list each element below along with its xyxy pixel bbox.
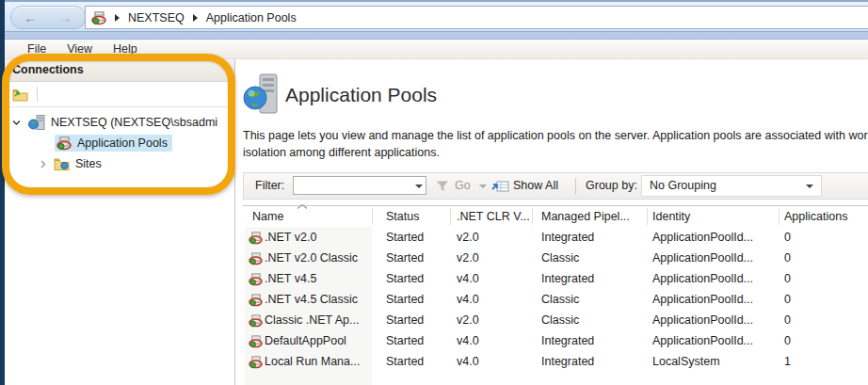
column-header-pipeline[interactable]: Managed Pipel... [541,206,630,227]
column-divider[interactable] [532,208,533,225]
cell-status: Started [386,227,424,248]
cell-applications: 0 [784,227,791,248]
table-row[interactable]: Local Run Mana... Started v4.0 Integrate… [243,351,868,372]
cell-pipeline: Integrated [541,351,594,372]
breadcrumb-page[interactable]: Application Pools [206,11,297,24]
show-all-button[interactable]: Show All [513,173,558,199]
page-description-line1: This page lets you view and manage the l… [243,129,868,142]
app-pool-icon [249,293,263,310]
chevron-right-icon[interactable] [38,159,48,169]
column-header-clr-version[interactable]: .NET CLR V... [457,206,530,227]
table-row[interactable]: .NET v4.5 Started v4.0 Integrated Applic… [243,268,868,289]
cell-clr-version: v4.0 [457,289,479,310]
tree-item-sites-label: Sites [75,157,102,170]
tree-item-server-label: NEXTSEQ (NEXTSEQ\sbsadmi [51,116,217,129]
column-header-status[interactable]: Status [386,206,419,227]
breadcrumb-server[interactable]: NEXTSEQ [128,11,185,24]
table-header: Name Status .NET CLR V... Managed Pipel.… [243,205,868,227]
app-pool-icon [249,272,263,289]
column-header-name[interactable]: Name [252,206,283,227]
cell-clr-version: v2.0 [457,310,479,330]
connections-toolbar [5,82,234,107]
cell-identity: ApplicationPoolId... [652,248,753,268]
cell-status: Started [386,289,424,310]
cell-identity: ApplicationPoolId... [652,330,753,351]
tree-selection-highlight: Application Pools [55,135,172,152]
table-row[interactable]: .NET v2.0 Classic Started v2.0 Classic A… [243,248,868,268]
cell-pipeline: Classic [541,289,579,310]
connections-panel: Connections [5,59,235,385]
cell-applications: 1 [784,351,791,372]
table-row[interactable]: .NET v2.0 Started v2.0 Integrated Applic… [243,227,868,248]
application-pools-icon [56,136,72,151]
cell-name: Classic .NET Ap... [265,310,360,330]
menu-help[interactable]: Help [103,42,148,56]
column-header-applications[interactable]: Applications [784,206,847,227]
chevron-down-icon[interactable] [11,118,22,128]
go-button[interactable]: Go [455,173,471,199]
cell-applications: 0 [784,330,791,351]
sites-folder-icon [54,157,70,170]
app-pool-icon [249,231,263,248]
save-connection-icon[interactable] [12,88,28,102]
page-description-line2: isolation among different applications. [243,146,440,159]
tree-item-sites[interactable]: Sites [5,153,234,174]
tree-item-server[interactable]: NEXTSEQ (NEXTSEQ\sbsadmi [5,112,234,133]
filter-dropdown-icon[interactable] [415,184,423,188]
iis-icon [91,10,106,25]
column-divider[interactable] [450,208,451,225]
main-content: Application Pools This page lets you vie… [238,59,868,385]
cell-status: Started [386,268,424,289]
menu-file[interactable]: File [17,42,56,56]
cell-name: .NET v2.0 Classic [265,248,358,268]
forward-button[interactable]: → [58,8,72,26]
filter-label: Filter: [255,173,284,199]
group-by-value: No Grouping [650,179,716,192]
cell-identity: ApplicationPoolId... [652,289,753,310]
cell-pipeline: Integrated [541,330,594,351]
application-pools-page-icon [243,73,281,119]
sort-ascending-icon [297,200,308,213]
tree-item-application-pools[interactable]: Application Pools [5,133,234,153]
column-divider[interactable] [372,208,373,225]
filter-toolbar: Filter: Go Show All Grou [243,172,868,200]
app-pool-icon [249,355,263,372]
iis-manager-window: ← → NEXTSEQ Application Pools File View … [0,0,868,385]
cell-name: Local Run Mana... [265,351,360,372]
breadcrumb-arrow-icon [193,14,198,22]
column-divider[interactable] [647,208,648,225]
table-row[interactable]: DefaultAppPool Started v4.0 Integrated A… [243,330,868,351]
table-row[interactable]: Classic .NET Ap... Started v2.0 Classic … [243,310,868,330]
cell-status: Started [386,248,424,268]
breadcrumb[interactable]: NEXTSEQ Application Pools [85,6,868,29]
filter-input[interactable] [293,176,426,195]
group-by-select[interactable]: No Grouping [641,175,822,197]
tree-item-application-pools-label: Application Pools [77,136,168,150]
connections-header: Connections [5,59,234,82]
cell-name: .NET v4.5 Classic [265,289,358,310]
cell-clr-version: v2.0 [457,248,479,268]
cell-name: .NET v2.0 [265,227,316,248]
cell-status: Started [386,351,424,372]
cell-clr-version: v2.0 [457,227,479,248]
window-left-border [0,0,5,385]
nav-buttons: ← → [10,6,86,29]
chevron-down-icon [806,184,813,188]
column-divider[interactable] [779,208,780,225]
cell-applications: 0 [784,289,791,310]
cell-identity: ApplicationPoolId... [652,310,753,330]
cell-clr-version: v4.0 [457,351,479,372]
column-header-identity[interactable]: Identity [652,206,690,227]
cell-pipeline: Classic [541,310,579,330]
toolbar-separator [37,87,38,102]
show-all-icon [491,179,509,196]
menu-view[interactable]: View [56,42,103,56]
go-dropdown-icon[interactable] [479,184,487,188]
titlebar-divider [0,31,868,40]
group-by-label: Group by: [586,173,637,199]
app-pool-icon [249,313,263,330]
cell-clr-version: v4.0 [457,268,479,289]
back-button[interactable]: ← [24,8,38,26]
table-row[interactable]: .NET v4.5 Classic Started v4.0 Classic A… [243,289,868,310]
cell-status: Started [386,330,424,351]
